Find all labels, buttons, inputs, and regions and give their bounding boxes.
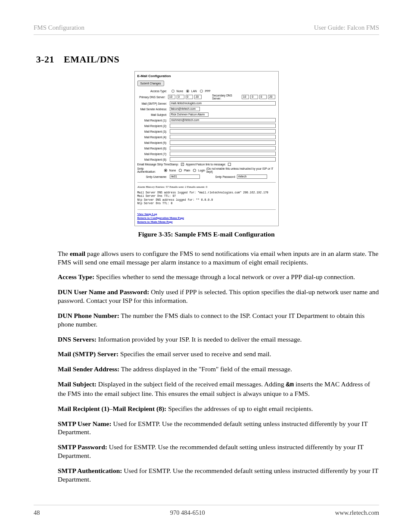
primary-dns-label: Primary DNS Server: <box>137 96 167 99</box>
auth-radio-plain[interactable] <box>179 169 182 172</box>
return-config-link[interactable]: Return to Configuration Menu Page <box>137 216 276 220</box>
para-smtp-auth: SMTP Authentication: Used for ESMTP. Use… <box>58 467 379 484</box>
auth-radio-none[interactable] <box>164 169 167 172</box>
figure-block: E-Mail Configuration Submit Changes Acce… <box>58 71 355 238</box>
para-smtp-user: SMTP User Name: Used for ESMTP. Use the … <box>58 420 379 437</box>
recip4-input[interactable] <box>170 135 276 139</box>
subject-label: Mail Subject: <box>137 113 168 116</box>
recip5-input[interactable] <box>170 140 276 145</box>
primary-dns-2[interactable]: 0 <box>177 95 184 99</box>
recip1-label: Mail Recipient (1): <box>137 119 168 122</box>
submit-changes-button[interactable]: Submit Changes <box>137 81 164 86</box>
auth-hint: (Do not enable this unless instructed by… <box>206 167 275 173</box>
append-checkbox[interactable] <box>228 163 231 166</box>
para-dun-user: DUN User Name and Password: Only used if… <box>58 288 379 305</box>
sender-input[interactable]: falcon@rletech.com <box>170 107 200 111</box>
divider-2 <box>137 209 276 210</box>
secondary-dns-label: Secondary DNS Server: <box>212 94 240 100</box>
append-label: Append Falcon link to message: <box>186 163 226 166</box>
smtp-pass-input[interactable]: rletech <box>237 174 267 179</box>
radio-lan[interactable] <box>186 90 189 93</box>
section-title: EMAIL/DNS <box>64 54 119 65</box>
recip5-label: Mail Recipient (5): <box>137 141 168 144</box>
primary-dns-3[interactable]: 0 <box>186 95 193 99</box>
strip-ts-checkbox[interactable]: ✓ <box>181 163 184 166</box>
auth-radio-login[interactable] <box>193 169 196 172</box>
para-recipients: Mail Recipient (1)–Mail Recipient (8): S… <box>58 404 379 413</box>
recip3-input[interactable] <box>170 129 276 134</box>
view-smtp-log-link[interactable]: View Smtp Log <box>137 212 276 216</box>
footer-url: www.rletech.com <box>335 509 379 516</box>
divider <box>137 182 276 183</box>
secondary-dns-4[interactable]: 20 <box>268 95 275 99</box>
page-footer: 48 970 484-6510 www.rletech.com <box>34 505 379 516</box>
recip8-label: Mail Recipient (8): <box>137 158 168 161</box>
para-subject: Mail Subject: Displayed in the subject f… <box>58 380 379 398</box>
subject-input[interactable]: Rick Dohmen Falcon Alarm <box>170 112 209 117</box>
smtp-pass-label: Smtp Password: <box>215 175 236 178</box>
recip7-input[interactable] <box>170 152 276 156</box>
log-text: Mail Server DNS address logged for: "mai… <box>137 191 276 206</box>
radio-ppp[interactable] <box>200 90 203 93</box>
secondary-dns-1[interactable]: 10 <box>242 95 249 99</box>
smtp-user-label: Smtp Username: <box>137 175 168 178</box>
auth-label: Smtp Authentication: <box>137 167 162 173</box>
email-config-screenshot: E-Mail Configuration Submit Changes Acce… <box>134 71 279 226</box>
return-main-link[interactable]: Return to Main Menu Page <box>137 220 276 224</box>
section-number: 3-21 <box>34 54 54 65</box>
para-access-type: Access Type: Specifies whether to send t… <box>58 273 379 281</box>
para-dns: DNS Servers: Information provided by you… <box>58 335 379 344</box>
recip4-label: Mail Recipient (4): <box>137 136 168 139</box>
header-left: FMS Configuration <box>34 24 84 31</box>
header-right: User Guide: Falcon FMS <box>314 24 379 31</box>
recip8-input[interactable] <box>170 157 276 162</box>
page-header: FMS Configuration User Guide: Falcon FMS <box>34 24 379 35</box>
page-number: 48 <box>34 509 40 516</box>
body-content: The email page allows users to configure… <box>58 249 379 484</box>
para-smtp-pass: SMTP Password: Used for ESMTP. Use the r… <box>58 443 379 460</box>
para-smtp-server: Mail (SMTP) Server: Specifies the email … <box>58 350 379 358</box>
access-type-label: Access Type: <box>137 90 168 93</box>
para-dun-phone: DUN Phone Number: The number the FMS dia… <box>58 311 379 329</box>
secondary-dns-2[interactable]: 0 <box>250 95 258 99</box>
radio-none[interactable] <box>171 90 174 93</box>
para-sender: Mail Sender Address: The address display… <box>58 365 379 373</box>
primary-dns-4[interactable]: 20 <box>194 95 202 99</box>
section-heading: 3-21 EMAIL/DNS <box>34 54 379 65</box>
strip-ts-label: Email Message Strip TimeStamp: <box>137 163 179 166</box>
recip3-label: Mail Recipient (3): <box>137 130 168 133</box>
smtp-server-input[interactable]: mail.rletechnologies.com <box>170 101 276 106</box>
recip1-input[interactable]: rdohmen@rletech.com <box>170 118 276 122</box>
figure-caption: Figure 3-35: Sample FMS E-mail Configura… <box>58 230 355 238</box>
primary-dns-1[interactable]: 10 <box>168 95 175 99</box>
footer-phone: 970 484-6510 <box>170 509 205 516</box>
recip7-label: Mail Recipient (7): <box>137 152 168 156</box>
smtp-user-input[interactable]: rle01 <box>170 174 200 179</box>
recip6-label: Mail Recipient (6): <box>137 147 168 150</box>
recip6-input[interactable] <box>170 146 276 150</box>
smtp-server-label: Mail (SMTP) Server: <box>137 102 168 105</box>
para-intro: The email page allows users to configure… <box>58 249 379 267</box>
recip2-label: Mail Recipient (2): <box>137 124 168 128</box>
sender-label: Mail Sender Address: <box>137 108 168 111</box>
recip2-input[interactable] <box>170 124 276 128</box>
alarm-history: Alarm History Entries: 57 Emails sent: 2… <box>137 185 276 189</box>
secondary-dns-3[interactable]: 0 <box>259 95 267 99</box>
panel-title: E-Mail Configuration <box>137 74 276 78</box>
